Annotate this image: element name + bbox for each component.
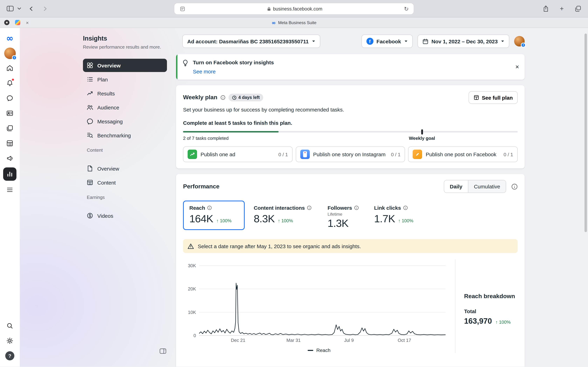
close-tab-icon[interactable]: ×: [26, 20, 29, 25]
breakdown-total-value: 163,970: [464, 317, 492, 326]
metric-content-interactions[interactable]: Content interactions 8.3K ↑ 100%: [254, 201, 311, 225]
facebook-logo-icon: f: [366, 38, 373, 45]
platform-selector[interactable]: f Facebook: [361, 35, 413, 48]
info-icon[interactable]: [511, 183, 518, 190]
svg-text:Oct 17: Oct 17: [398, 338, 411, 343]
share-icon[interactable]: [541, 4, 550, 13]
overview-icon: [87, 62, 93, 68]
business-avatar[interactable]: f: [4, 47, 16, 59]
tab-title: Meta Business Suite: [278, 20, 316, 25]
new-tab-icon[interactable]: +: [557, 4, 566, 13]
sidebar-item-content[interactable]: Content: [83, 176, 167, 189]
metric-value: 164K: [189, 213, 213, 225]
sidebar-item-content-overview[interactable]: Overview: [83, 162, 167, 175]
all-tools-icon[interactable]: [4, 184, 16, 196]
task-publish-ad[interactable]: Publish one ad 0 / 1: [183, 146, 293, 162]
info-icon[interactable]: [403, 206, 407, 210]
sidebar-item-audience[interactable]: Audience: [83, 101, 167, 114]
tab-strip: × ∞ Meta Business Suite: [0, 17, 588, 28]
metric-label: Reach: [189, 205, 205, 211]
chart-legend: Reach: [183, 347, 455, 353]
help-icon[interactable]: ?: [4, 350, 16, 362]
sidebar-section-earnings: Earnings: [87, 195, 167, 200]
metric-link-clicks[interactable]: Link clicks 1.7K ↑ 100%: [374, 201, 413, 225]
breakdown-title: Reach breakdown: [464, 293, 518, 300]
see-full-plan-button[interactable]: See full plan: [468, 91, 518, 104]
collapse-sidebar-button[interactable]: [160, 348, 166, 354]
contacts-icon[interactable]: [4, 107, 16, 119]
reload-icon[interactable]: ↻: [403, 5, 410, 12]
posts-icon[interactable]: [4, 122, 16, 134]
svg-text:0: 0: [194, 333, 196, 338]
ads-icon[interactable]: [4, 152, 16, 164]
sidebar-item-label: Plan: [97, 76, 108, 82]
svg-text:20K: 20K: [188, 286, 196, 292]
planner-icon[interactable]: [4, 137, 16, 149]
favicon-1[interactable]: [4, 20, 9, 25]
sidebar-item-benchmarking[interactable]: Benchmarking: [83, 129, 167, 142]
insights-icon[interactable]: [3, 167, 17, 181]
task-publish-post[interactable]: Publish one post on Facebook 0 / 1: [408, 146, 518, 162]
tab-overview-icon[interactable]: [573, 4, 582, 13]
settings-gear-icon[interactable]: [4, 335, 16, 347]
search-icon[interactable]: [4, 320, 16, 332]
close-icon[interactable]: ×: [515, 63, 519, 71]
task-label: Publish one story on Instagram: [313, 151, 386, 157]
metric-followers[interactable]: Followers Lifetime 1.3K: [328, 201, 359, 229]
sidebar-item-label: Overview: [97, 166, 119, 171]
inbox-icon[interactable]: [4, 92, 16, 104]
toggle-daily[interactable]: Daily: [444, 180, 468, 192]
reach-chart-svg: 010K20K30KDec 21Mar 31Jul 9Oct 17: [183, 261, 449, 344]
sidebar-item-overview[interactable]: Overview: [83, 59, 167, 72]
ad-account-label: Ad account: Dasmariñas BC 23851652393550…: [187, 38, 309, 44]
date-range-selector[interactable]: Nov 1, 2022 – Dec 30, 2023: [417, 35, 509, 48]
task-count: 0 / 1: [278, 151, 288, 157]
info-icon[interactable]: [354, 206, 359, 210]
svg-text:10K: 10K: [188, 310, 196, 315]
svg-text:30K: 30K: [188, 263, 196, 268]
sidebar-item-videos[interactable]: Videos: [83, 209, 167, 222]
sidebar-item-results[interactable]: Results: [83, 87, 167, 100]
platform-label: Facebook: [376, 38, 401, 44]
clock-icon: [232, 95, 237, 100]
back-icon[interactable]: [26, 4, 36, 13]
task-publish-story[interactable]: Publish one story on Instagram 0 / 1: [295, 146, 405, 162]
tasks-completed-label: 2 of 7 tasks completed: [183, 136, 229, 141]
plan-board-icon: [473, 95, 479, 100]
warning-icon: [188, 243, 194, 249]
profile-avatar[interactable]: f: [514, 36, 525, 47]
see-more-link[interactable]: See more: [193, 68, 509, 75]
url-bar[interactable]: business.facebook.com ↻: [174, 3, 414, 14]
chevron-down-icon[interactable]: [17, 4, 22, 13]
favicon-2[interactable]: [15, 20, 20, 25]
info-icon[interactable]: [221, 95, 225, 100]
scrollbar-thumb[interactable]: [585, 33, 587, 232]
info-icon[interactable]: [307, 206, 311, 210]
sidebar-item-plan[interactable]: Plan: [83, 73, 167, 86]
sidebar-toggle-icon[interactable]: [6, 4, 15, 13]
metric-label: Link clicks: [374, 205, 401, 211]
calendar-icon: [422, 38, 428, 44]
svg-text:Dec 21: Dec 21: [231, 338, 245, 343]
facebook-badge-icon: f: [521, 43, 526, 48]
document-icon: [87, 165, 93, 172]
sidebar-item-messaging[interactable]: Messaging: [83, 115, 167, 128]
info-icon[interactable]: [207, 206, 212, 210]
metric-reach[interactable]: Reach 164K ↑ 100%: [183, 201, 245, 230]
toggle-cumulative[interactable]: Cumulative: [468, 180, 506, 192]
results-icon: [87, 90, 93, 96]
ad-account-selector[interactable]: Ad account: Dasmariñas BC 23851652393550…: [182, 35, 320, 48]
sidebar-item-label: Benchmarking: [97, 132, 131, 138]
sidebar-item-label: Audience: [97, 104, 119, 110]
home-icon[interactable]: [4, 62, 16, 74]
plan-icon: [87, 76, 93, 83]
forward-icon[interactable]: [41, 4, 50, 13]
reader-icon[interactable]: [178, 4, 187, 13]
notifications-icon[interactable]: [4, 77, 16, 89]
active-tab[interactable]: ∞ Meta Business Suite: [272, 20, 316, 25]
weekly-plan-subtitle: Set your business up for success by comp…: [183, 107, 518, 113]
reach-breakdown-panel: Reach breakdown Total 163,970 ↑ 100%: [455, 259, 518, 353]
app-icon-rail: ∞ f: [0, 28, 20, 367]
caret-down-icon: [501, 40, 504, 42]
meta-logo-icon[interactable]: ∞: [4, 32, 16, 44]
